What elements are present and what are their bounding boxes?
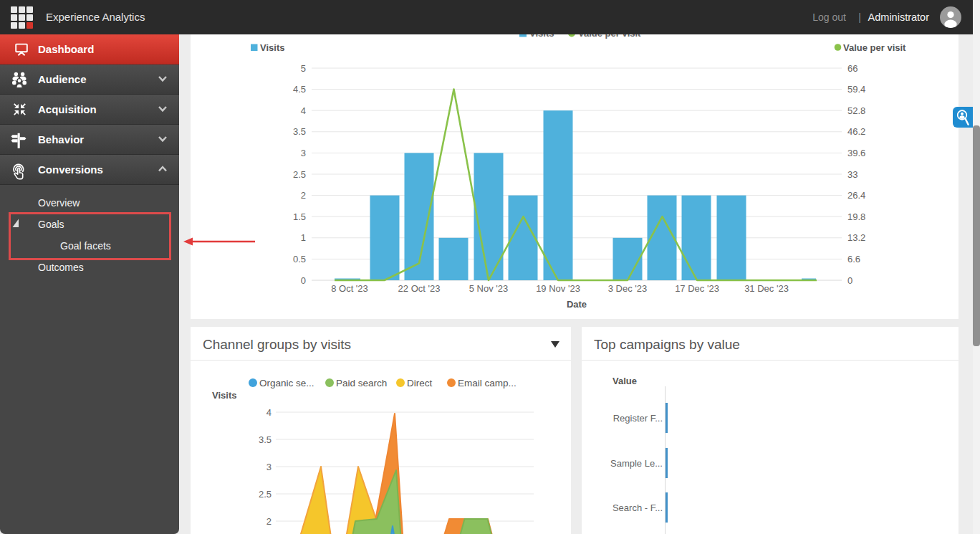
svg-text:8 Oct '23: 8 Oct '23 [331, 283, 368, 294]
svg-text:2.5: 2.5 [259, 489, 272, 500]
svg-text:17 Dec '23: 17 Dec '23 [675, 283, 719, 294]
svg-text:0.5: 0.5 [293, 254, 306, 264]
svg-text:3 Dec '23: 3 Dec '23 [608, 283, 648, 294]
svg-text:1: 1 [301, 232, 306, 243]
svg-text:Paid search: Paid search [336, 378, 387, 388]
svg-text:33: 33 [847, 169, 858, 180]
svg-text:19.8: 19.8 [847, 211, 865, 222]
svg-text:46.2: 46.2 [847, 126, 865, 137]
svg-text:Value per visit: Value per visit [843, 42, 906, 53]
svg-text:52.8: 52.8 [847, 105, 865, 116]
svg-text:4: 4 [301, 105, 306, 116]
svg-text:59.4: 59.4 [847, 84, 865, 95]
svg-text:0: 0 [847, 275, 852, 286]
svg-text:3: 3 [301, 148, 306, 158]
svg-text:Email camp...: Email camp... [458, 378, 517, 388]
svg-text:Register F...: Register F... [613, 413, 663, 424]
svg-text:Value: Value [612, 376, 637, 386]
svg-text:Organic se...: Organic se... [259, 378, 314, 388]
svg-text:0: 0 [301, 275, 306, 286]
svg-text:3: 3 [266, 462, 272, 472]
svg-text:31 Dec '23: 31 Dec '23 [744, 283, 789, 294]
svg-text:Visits: Visits [212, 390, 236, 401]
svg-text:6.6: 6.6 [847, 254, 860, 264]
svg-text:66: 66 [847, 63, 858, 74]
svg-text:5 Nov '23: 5 Nov '23 [469, 283, 509, 294]
svg-text:Visits: Visits [260, 42, 284, 53]
svg-text:2.5: 2.5 [293, 169, 306, 180]
svg-text:22 Oct '23: 22 Oct '23 [398, 283, 441, 294]
svg-text:Date: Date [567, 299, 587, 310]
svg-text:Direct: Direct [407, 378, 433, 388]
svg-text:Sample Le...: Sample Le... [610, 458, 663, 469]
svg-text:13.2: 13.2 [847, 232, 865, 243]
svg-text:3.5: 3.5 [293, 126, 306, 137]
svg-text:4: 4 [266, 407, 272, 418]
svg-text:19 Nov '23: 19 Nov '23 [536, 283, 580, 294]
svg-text:2: 2 [301, 190, 306, 201]
svg-text:3.5: 3.5 [259, 434, 272, 445]
svg-text:2: 2 [266, 516, 272, 527]
svg-text:1.5: 1.5 [293, 211, 306, 222]
svg-text:Search - F...: Search - F... [612, 502, 663, 513]
svg-text:26.4: 26.4 [847, 190, 865, 201]
svg-text:39.6: 39.6 [847, 148, 865, 158]
svg-text:5: 5 [301, 63, 306, 74]
svg-text:4.5: 4.5 [293, 84, 306, 95]
